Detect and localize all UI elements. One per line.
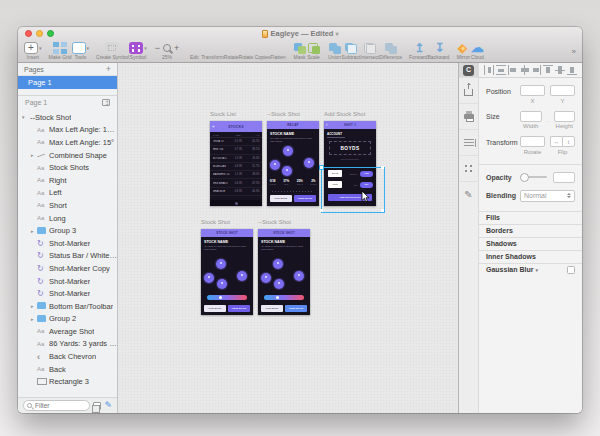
layer-row[interactable]: Shot-Marker: [18, 237, 117, 250]
align-middle-vertical-icon[interactable]: [555, 65, 565, 75]
style-section-row[interactable]: Inner Shadows: [479, 250, 582, 263]
rotate-input[interactable]: [520, 136, 545, 147]
disclosure-triangle-icon[interactable]: ▾: [22, 114, 28, 120]
toolbar-button[interactable]: Union: [328, 41, 342, 60]
distribute-horizontal-icon[interactable]: [484, 65, 494, 75]
artboard-title[interactable]: --Stock Shot: [267, 111, 300, 117]
minimize-window-button[interactable]: [36, 30, 43, 37]
toolbar-overflow-chevron[interactable]: »: [568, 47, 576, 56]
layer-row[interactable]: ▸ Bottom Bar/Toolbar: [18, 300, 117, 313]
layer-row[interactable]: ▸ Combined Shape: [18, 149, 117, 162]
artboard-title[interactable]: Add Stock Shot: [324, 111, 365, 117]
toolbar-button[interactable]: ▾ Insert: [24, 41, 42, 60]
style-section-row[interactable]: Fills: [479, 211, 582, 224]
align-bottom-icon[interactable]: [567, 65, 577, 75]
toolbar-button[interactable]: ▾ Tools: [72, 41, 90, 60]
opacity-slider[interactable]: [520, 176, 547, 178]
layer-row[interactable]: Shot-Marker: [18, 275, 117, 288]
layer-row[interactable]: Short: [18, 199, 117, 212]
artboard-title[interactable]: Stock List: [210, 111, 236, 117]
layer-row[interactable]: Back Chevron: [18, 350, 117, 363]
plugin-cell[interactable]: [459, 63, 478, 78]
zoom-in-button[interactable]: +: [174, 43, 179, 53]
pages-stack-icon[interactable]: [93, 402, 101, 410]
zoom-window-button[interactable]: [47, 30, 54, 37]
artboard-stock-shot-2[interactable]: STOCK SHOT STOCK NAME 45 Yards: 3 yards …: [258, 229, 310, 315]
toolbar-button[interactable]: Forward: [409, 41, 427, 60]
align-top-icon[interactable]: [543, 65, 553, 75]
toolbar-button[interactable]: Difference: [379, 41, 402, 60]
blending-select[interactable]: Normal: [520, 190, 575, 202]
plugin-cell[interactable]: [459, 104, 478, 130]
layer-row[interactable]: Left: [18, 187, 117, 200]
layer-row[interactable]: Status Bar / White-L...: [18, 250, 117, 263]
plugin-cell[interactable]: ✎: [459, 182, 478, 208]
layer-row[interactable]: 86 Yards: 3 yards sh: [18, 338, 117, 351]
distribute-vertical-icon[interactable]: [496, 65, 506, 75]
toolbar-button[interactable]: Cloud: [470, 41, 484, 60]
layer-row[interactable]: Max Left Angle: 15°: [18, 136, 117, 149]
height-input[interactable]: [554, 111, 576, 122]
layer-row[interactable]: Rectangle 3: [18, 375, 117, 388]
toolbar-button[interactable]: Mirror: [456, 41, 470, 60]
app-header-title: RECAP: [287, 123, 299, 127]
flip-horizontal-button[interactable]: ↔: [550, 136, 562, 147]
toolbar-button[interactable]: Create Symbol: [96, 41, 129, 60]
page-collapse-icon[interactable]: [102, 99, 110, 106]
align-right-icon[interactable]: [531, 65, 541, 75]
toolbar-button[interactable]: Mask: [293, 41, 307, 60]
title-caret-icon[interactable]: ▾: [335, 31, 338, 37]
align-center-horizontal-icon[interactable]: [520, 65, 530, 75]
y-label: Y: [560, 98, 564, 104]
layer-row[interactable]: Shot-Marker: [18, 287, 117, 300]
toolbar-button[interactable]: Intersect: [360, 41, 379, 60]
layer-row[interactable]: Stock Shots: [18, 161, 117, 174]
toolbar-button[interactable]: Flatten: [270, 41, 285, 60]
plugin-cell[interactable]: [459, 78, 478, 104]
selection-box[interactable]: [321, 167, 385, 213]
add-page-button[interactable]: +: [106, 65, 111, 74]
artboard-stock-list[interactable]: + STOCKS NAME SIZE AVG TIKKA T3 0.5 IN: [210, 121, 262, 206]
layer-row[interactable]: Average Shot: [18, 325, 117, 338]
size-link-icon[interactable]: ·: [547, 116, 549, 124]
style-section-row[interactable]: Borders: [479, 224, 582, 237]
artboard-title[interactable]: Stock Shot: [201, 219, 230, 225]
layer-row[interactable]: Right: [18, 174, 117, 187]
style-section-row[interactable]: Shadows: [479, 237, 582, 250]
width-input[interactable]: [520, 111, 542, 122]
gaussian-blur-row[interactable]: Gaussian Blur ▾: [479, 263, 582, 276]
layer-name: --Stock Shot: [30, 113, 71, 122]
toolbar-button[interactable]: Backward: [427, 41, 449, 60]
zoom-out-button[interactable]: −: [155, 43, 160, 53]
page-item-selected[interactable]: Page 1: [18, 76, 117, 89]
artboard-stock-shot-recap[interactable]: RECAP STOCK NAME 45 Yards: 3 yards short…: [267, 121, 319, 206]
toolbar-button[interactable]: Rotate Copies: [239, 41, 271, 60]
artboard-title[interactable]: --Stock Shot: [258, 219, 291, 225]
layer-row[interactable]: Shot-Marker Copy: [18, 262, 117, 275]
layer-row[interactable]: ▸ Group 3: [18, 224, 117, 237]
close-window-button[interactable]: [25, 30, 32, 37]
align-left-icon[interactable]: [508, 65, 518, 75]
toolbar-button[interactable]: Scale: [307, 41, 321, 60]
y-input[interactable]: [550, 85, 575, 96]
plugin-cell[interactable]: [459, 130, 478, 156]
x-input[interactable]: [520, 85, 545, 96]
gaussian-blur-checkbox[interactable]: [567, 266, 575, 274]
opacity-input[interactable]: [553, 172, 575, 183]
toolbar-button[interactable]: Edit: [187, 41, 201, 60]
layer-row[interactable]: Max Left Angle: 15°...: [18, 124, 117, 137]
plugin-cell[interactable]: [459, 156, 478, 182]
layer-row[interactable]: Long: [18, 212, 117, 225]
layer-row[interactable]: Back: [18, 363, 117, 376]
pencil-filter-icon[interactable]: ✎: [104, 401, 112, 410]
toolbar-button[interactable]: Transform: [201, 41, 224, 60]
artboard-stock-shot[interactable]: STOCK SHOT STOCK NAME 45 Yards: 3 yards …: [201, 229, 253, 315]
layer-row[interactable]: ▾ --Stock Shot: [18, 111, 117, 124]
layer-row[interactable]: ▸ Group 2: [18, 313, 117, 326]
toolbar-button[interactable]: Subtract: [342, 41, 361, 60]
toolbar-button[interactable]: Rotate: [224, 41, 239, 60]
toolbar-button[interactable]: Make Grid: [49, 41, 72, 60]
toolbar-button[interactable]: ▾ Symbol: [129, 41, 147, 60]
flip-vertical-button[interactable]: ↕: [562, 136, 575, 147]
canvas[interactable]: Stock List --Stock Shot Add Stock Shot S…: [118, 63, 458, 413]
